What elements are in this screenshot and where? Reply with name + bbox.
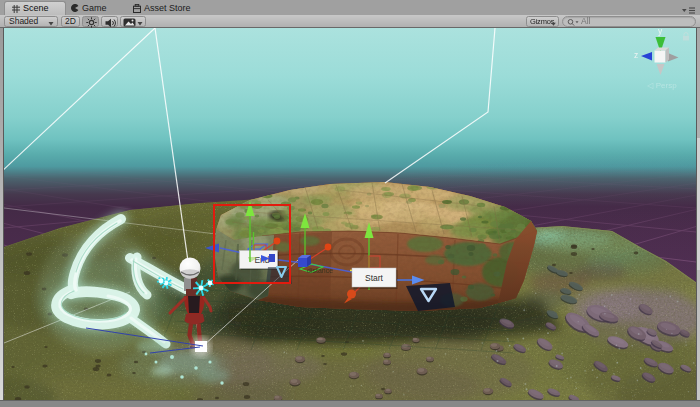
svg-text:distance: distance [307, 267, 333, 274]
svg-text:z: z [634, 50, 638, 60]
svg-text:◁ Persp: ◁ Persp [646, 81, 677, 90]
svg-text:Start: Start [365, 273, 384, 283]
